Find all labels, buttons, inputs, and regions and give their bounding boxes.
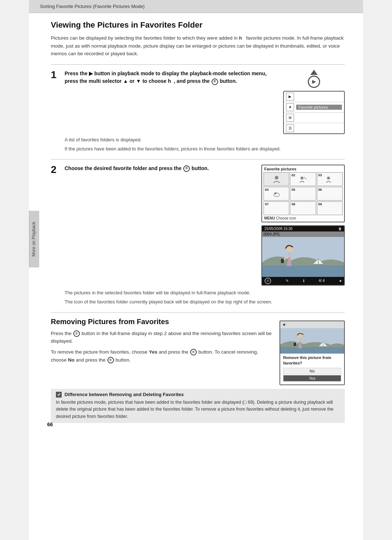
remove-dialog-img bbox=[280, 328, 344, 354]
arrow-up-icon bbox=[310, 70, 318, 75]
remove-opt-yes: Yes bbox=[283, 375, 341, 382]
step-2-right: Favorite pictures 02 bbox=[261, 165, 345, 286]
svg-rect-14 bbox=[294, 343, 296, 346]
cam-icon-grid: ⊞ bbox=[286, 114, 294, 122]
ok-icon-2: ® bbox=[183, 165, 190, 172]
fav-cell-7: 08 bbox=[290, 201, 316, 215]
step-1-content: Press the ▶ button in playback mode to d… bbox=[65, 70, 345, 153]
section1-intro: Pictures can be displayed by selecting t… bbox=[51, 34, 345, 58]
fav-cell-2: 03 bbox=[317, 172, 343, 186]
svg-rect-11 bbox=[280, 347, 344, 354]
step-2-note1: The pictures in the selected favorites f… bbox=[65, 289, 345, 297]
ok-icon-5: ® bbox=[107, 357, 114, 363]
checkmark-icon: ✔ bbox=[56, 392, 62, 398]
svg-rect-9 bbox=[281, 259, 284, 263]
section2-left: Removing Pictures from Favorites Press t… bbox=[51, 318, 272, 367]
fav-cell-0 bbox=[264, 172, 289, 186]
pb-edit-icon: ✎ bbox=[286, 279, 289, 283]
note-box-title-text: Difference between Removing and Deleting… bbox=[65, 392, 184, 397]
step-2-text: Choose the desired favorite folder and p… bbox=[65, 165, 255, 173]
svg-rect-6 bbox=[262, 265, 344, 277]
svg-point-2 bbox=[327, 177, 330, 180]
fav-cell-4: 05 bbox=[290, 187, 316, 201]
fav-cell-1: 02 bbox=[290, 172, 316, 186]
page: More on Playback Sorting Favorite Pictur… bbox=[29, 0, 363, 540]
pb-info-icon: ℹ bbox=[303, 279, 305, 283]
cam-ui-1: ▶ ★ Favorite pictures ⊞ bbox=[283, 91, 345, 134]
step-2-notes: The pictures in the selected favorites f… bbox=[65, 289, 345, 306]
ok-button-mockup: ▶ bbox=[308, 76, 320, 88]
ok-icon-4: ® bbox=[190, 349, 197, 355]
menu-keyword: MENU bbox=[264, 216, 275, 220]
note-box-title: ✔ Difference between Removing and Deleti… bbox=[56, 392, 340, 398]
step-1-note1: A list of favorites folders is displayed… bbox=[65, 136, 345, 144]
step-1-note2: If the pictures have been added to the f… bbox=[65, 145, 345, 153]
cam-row-2: ⊞ bbox=[284, 113, 344, 123]
cam-favorite-label: Favorite pictures bbox=[296, 105, 342, 110]
fav-cell-6: 07 bbox=[264, 201, 289, 215]
header-title: Sorting Favorite Pictures (Favorite Pict… bbox=[40, 4, 144, 9]
fav-cell-5: 06 bbox=[317, 187, 343, 201]
section2-para2: To remove the picture from favorites, ch… bbox=[51, 348, 272, 364]
pb-trash-icon: 🗑 bbox=[338, 227, 342, 231]
note-box: ✔ Difference between Removing and Deleti… bbox=[51, 389, 345, 423]
fav-grid-box: Favorite pictures 02 bbox=[261, 165, 345, 222]
step-1-left: Press the ▶ button in playback mode to d… bbox=[65, 70, 277, 85]
fav-grid: 02 03 04 bbox=[264, 172, 343, 215]
section2-title: Removing Pictures from Favorites bbox=[51, 318, 272, 326]
divider-3 bbox=[51, 312, 345, 313]
remove-dialog-header: ★ bbox=[280, 321, 344, 328]
section1-title: Viewing the Pictures in Favorites Folder bbox=[51, 20, 345, 30]
section2-para1: Press the ® button in the full-frame dis… bbox=[51, 330, 272, 345]
cam-row-3: ☰ bbox=[284, 123, 344, 133]
svg-point-4 bbox=[274, 192, 277, 194]
remove-dialog-options: No Yes bbox=[280, 368, 344, 384]
step-2-block: 2 Choose the desired favorite folder and… bbox=[51, 165, 345, 306]
cam-row-1: ★ Favorite pictures bbox=[284, 102, 344, 113]
header-bar: Sorting Favorite Pictures (Favorite Pict… bbox=[29, 0, 363, 13]
step-2-left: Choose the desired favorite folder and p… bbox=[65, 165, 255, 173]
cam-row-0: ▶ bbox=[284, 92, 344, 102]
pb-date: 15/05/2009 15:30 bbox=[264, 227, 293, 231]
pb-filename: 0004.JPG bbox=[264, 232, 279, 236]
divider-2 bbox=[51, 159, 345, 160]
note-box-text: In favorite pictures mode, pictures that… bbox=[56, 399, 340, 420]
step-1-text: Press the ▶ button in playback mode to d… bbox=[65, 70, 277, 85]
step-2-content: Choose the desired favorite folder and p… bbox=[65, 165, 345, 306]
page-number: 66 bbox=[47, 422, 53, 427]
section2-right: ★ bbox=[279, 318, 345, 385]
selector-mockup: ▶ bbox=[283, 70, 345, 88]
fav-cell-8: 09 bbox=[317, 201, 343, 215]
pb-footer: ® ✎ ℹ 4/ 4 ★ bbox=[262, 277, 344, 285]
remove-dialog: ★ bbox=[279, 321, 345, 385]
ok-icon-1: ® bbox=[212, 78, 218, 85]
remove-opt-no: No bbox=[283, 368, 341, 374]
remove-dialog-text: Remove this picture from favorites? bbox=[280, 354, 344, 368]
fav-cell-3: 04 bbox=[264, 187, 289, 201]
remove-dialog-icon: ★ bbox=[282, 322, 286, 327]
step-2-number: 2 bbox=[51, 164, 65, 176]
step-1-number: 1 bbox=[51, 69, 65, 81]
step-1-right: ▶ ▶ ★ Favorite pictures bbox=[283, 70, 345, 134]
step-1-with-image: Press the ▶ button in playback mode to d… bbox=[65, 70, 345, 134]
playback-box: 15/05/2009 15:30 🗑 0004.JPG bbox=[261, 225, 345, 286]
fav-grid-title: Favorite pictures bbox=[264, 167, 343, 171]
cam-icon-playback: ▶ bbox=[286, 93, 294, 101]
step-1-block: 1 Press the ▶ button in playback mode to… bbox=[51, 70, 345, 153]
svg-point-0 bbox=[275, 176, 278, 180]
divider-1 bbox=[51, 64, 345, 65]
svg-point-1 bbox=[301, 177, 303, 180]
cam-icon-date: ☰ bbox=[286, 124, 294, 132]
content: Viewing the Pictures in Favorites Folder… bbox=[29, 13, 363, 434]
cam-icon-star: ★ bbox=[286, 103, 294, 111]
fav-menu-bar: MENU Choose icon bbox=[264, 216, 343, 220]
pb-counter: 4/ 4 bbox=[319, 279, 325, 283]
pb-fav-icon: ★ bbox=[339, 279, 342, 283]
section2-block: Removing Pictures from Favorites Press t… bbox=[51, 318, 345, 385]
step-2-with-image: Choose the desired favorite folder and p… bbox=[65, 165, 345, 286]
ok-icon-3: ® bbox=[73, 330, 80, 337]
pb-ok-icon: ® bbox=[264, 278, 271, 284]
step-2-note2: The icon of the favorites folder current… bbox=[65, 298, 345, 306]
pb-image-area bbox=[262, 237, 344, 277]
pb-header: 15/05/2009 15:30 🗑 bbox=[262, 226, 344, 231]
